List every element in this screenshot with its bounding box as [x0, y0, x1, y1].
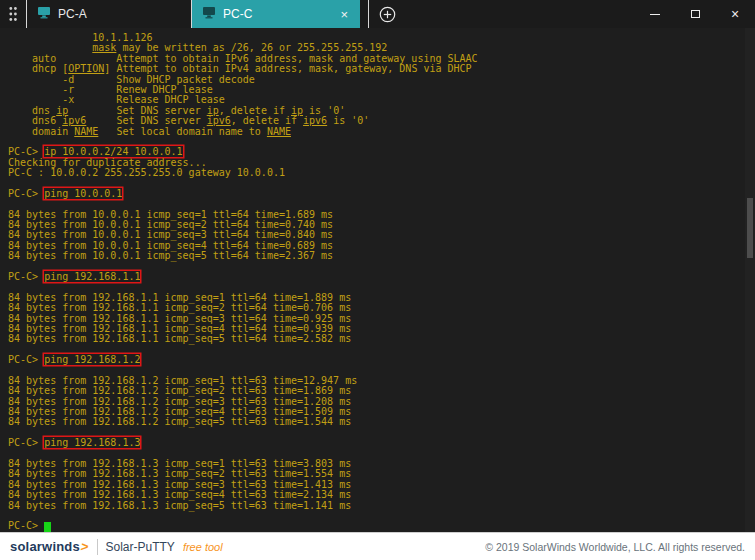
terminal-line: PC-C> ping 192.168.1.2 [8, 355, 755, 365]
terminal-line [8, 511, 755, 521]
app-name: Solar-PuTTY [106, 540, 175, 554]
terminal-text [8, 448, 14, 459]
terminal-text: may be written as /26, 26 or 255.255.255… [116, 42, 387, 53]
terminal-text: 84 bytes from 10.0.0.1 icmp_seq=1 ttl=64… [8, 209, 333, 220]
terminal-line: PC-C> ping 10.0.0.1 [8, 189, 755, 199]
terminal-text: 84 bytes from 192.168.1.3 icmp_seq=5 ttl… [8, 500, 351, 511]
terminal-text: 84 bytes from 192.168.1.2 icmp_seq=5 ttl… [8, 416, 351, 427]
terminal-text: 84 bytes from 192.168.1.2 icmp_seq=2 ttl… [8, 385, 351, 396]
maximize-icon [691, 10, 700, 18]
terminal-text: ipv6 [303, 115, 327, 126]
titlebar: PC-A PC-C × × [0, 0, 755, 28]
terminal-text: auto Attempt to obtain IPv6 address, mas… [8, 53, 478, 64]
terminal-text: 84 bytes from 192.168.1.2 icmp_seq=4 ttl… [8, 406, 351, 417]
solar-putty-window: PC-A PC-C × × [0, 0, 755, 560]
close-button[interactable]: × [715, 0, 755, 28]
terminal-text: NAME [74, 126, 98, 137]
new-tab-button[interactable] [369, 0, 405, 28]
terminal-text: dns [8, 105, 56, 116]
terminal-text [8, 261, 14, 272]
terminal-text [8, 510, 14, 521]
minimize-button[interactable] [635, 0, 675, 28]
terminal-text: OPTION [68, 63, 104, 74]
terminal-text: 84 bytes from 10.0.0.1 icmp_seq=5 ttl=64… [8, 250, 333, 261]
statusbar-divider [97, 539, 98, 555]
terminal-text: ip [291, 105, 303, 116]
terminal-text: 84 bytes from 192.168.1.1 icmp_seq=1 ttl… [8, 292, 351, 303]
terminal-text: 84 bytes from 192.168.1.1 icmp_seq=4 ttl… [8, 323, 351, 334]
terminal-output: 10.1.1.126 mask may be written as /26, 2… [0, 28, 755, 532]
terminal-text: 84 bytes from 192.168.1.1 icmp_seq=2 ttl… [8, 302, 351, 313]
terminal-text: PC-C> [8, 437, 44, 448]
terminal-text: PC-C> [8, 271, 44, 282]
terminal-line: PC-C> ping 192.168.1.3 [8, 438, 755, 448]
maximize-button[interactable] [675, 0, 715, 28]
terminal-text: dns6 [8, 115, 62, 126]
terminal-text: PC-C> [8, 520, 44, 531]
terminal-text [8, 177, 14, 188]
statusbar: solarwinds > Solar-PuTTY free tool © 201… [0, 532, 755, 560]
terminal-cursor [44, 522, 51, 532]
close-tab-icon[interactable]: × [338, 8, 350, 21]
terminal-line: domain NAME Set local domain name to NAM… [8, 127, 755, 137]
terminal-text: 84 bytes from 192.168.1.3 icmp_seq=4 ttl… [8, 489, 351, 500]
terminal-text: is '0' [303, 105, 345, 116]
app-tagline: free tool [183, 541, 223, 553]
terminal-text: 84 bytes from 192.168.1.3 icmp_seq=1 ttl… [8, 458, 351, 469]
titlebar-spacer [405, 0, 635, 28]
terminal-text: 84 bytes from 192.168.1.2 icmp_seq=1 ttl… [8, 375, 357, 386]
plus-circle-icon [379, 6, 396, 23]
terminal-text: 84 bytes from 10.0.0.1 icmp_seq=3 ttl=64… [8, 229, 333, 240]
terminal-text: PC-C> [8, 188, 44, 199]
annotated-command: ip 10.0.0.2/24 10.0.0.1 [44, 146, 182, 157]
terminal[interactable]: 10.1.1.126 mask may be written as /26, 2… [0, 28, 755, 532]
terminal-text: , delete if [219, 105, 291, 116]
terminal-line: 84 bytes from 192.168.1.2 icmp_seq=5 ttl… [8, 417, 755, 427]
tab-label: PC-A [58, 7, 87, 21]
copyright-text: © 2019 SolarWinds Worldwide, LLC. All ri… [485, 541, 745, 553]
terminal-text: NAME [267, 126, 291, 137]
annotated-command: ping 192.168.1.1 [44, 271, 140, 282]
tab-pc-c[interactable]: PC-C × [192, 0, 360, 28]
terminal-text: Set local domain name to [98, 126, 267, 137]
terminal-text: Set DNS server [68, 105, 206, 116]
monitor-icon [37, 6, 51, 22]
terminal-line: 84 bytes from 10.0.0.1 icmp_seq=5 ttl=64… [8, 251, 755, 261]
terminal-text: -x Release DHCP lease [8, 94, 225, 105]
terminal-text: -r Renew DHCP lease [8, 84, 213, 95]
terminal-text [8, 281, 14, 292]
terminal-text: ] Attempt to obtain IPv4 address, mask, … [104, 63, 471, 74]
minimize-icon [650, 14, 660, 15]
terminal-text: 84 bytes from 10.0.0.1 icmp_seq=2 ttl=64… [8, 219, 333, 230]
terminal-text: 10.1.1.126 [8, 32, 153, 43]
terminal-text: 84 bytes from 192.168.1.3 icmp_seq=2 ttl… [8, 468, 351, 479]
terminal-line: PC-C> ping 192.168.1.1 [8, 272, 755, 282]
scrollbar-thumb[interactable] [747, 198, 753, 258]
terminal-text: 84 bytes from 192.168.1.3 icmp_seq=3 ttl… [8, 479, 351, 490]
terminal-text: PC-C> [8, 354, 44, 365]
menu-button[interactable] [0, 0, 26, 28]
grip-dots-icon [8, 6, 18, 22]
terminal-text: 84 bytes from 192.168.1.1 icmp_seq=5 ttl… [8, 333, 351, 344]
tab-label: PC-C [223, 7, 252, 21]
annotated-command: ping 192.168.1.3 [44, 437, 140, 448]
terminal-line: PC-C : 10.0.0.2 255.255.255.0 gateway 10… [8, 168, 755, 178]
terminal-text: is '0' [327, 115, 369, 126]
terminal-scrollbar[interactable] [745, 28, 755, 532]
terminal-text [8, 42, 92, 53]
terminal-text: PC-C : 10.0.0.2 255.255.255.0 gateway 10… [8, 167, 285, 178]
terminal-text: ipv6 [62, 115, 86, 126]
terminal-text: PC-C> [8, 146, 44, 157]
terminal-text: ip [207, 105, 219, 116]
terminal-text: mask [92, 42, 116, 53]
solarwinds-logo: solarwinds > [10, 539, 89, 554]
terminal-text: Set DNS server [86, 115, 206, 126]
terminal-text: ip [56, 105, 68, 116]
tab-pc-a[interactable]: PC-A [26, 0, 192, 28]
terminal-text: , delete if [231, 115, 303, 126]
terminal-text: ipv6 [207, 115, 231, 126]
annotated-command: ping 192.168.1.2 [44, 354, 140, 365]
close-icon: × [731, 7, 739, 21]
terminal-text: -d Show DHCP packet decode [8, 74, 255, 85]
terminal-line: 84 bytes from 192.168.1.3 icmp_seq=5 ttl… [8, 501, 755, 511]
